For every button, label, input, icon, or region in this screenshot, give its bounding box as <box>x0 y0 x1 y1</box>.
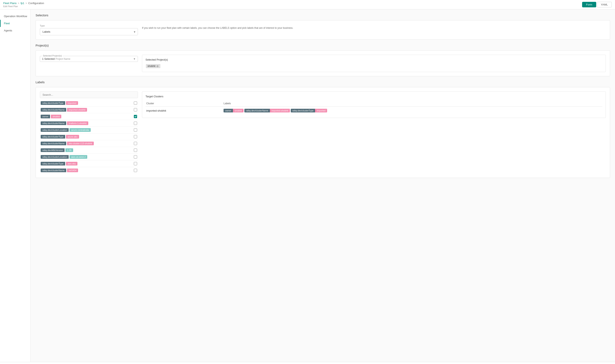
label-tags-9: rafay.dev/clusterTypeaws-eks <box>41 162 77 166</box>
header-left: Fleet Plans > fp1 > Configuration Edit F… <box>3 2 44 8</box>
label-val-5: azure-aks <box>66 135 79 139</box>
cluster-label-key-2: rafay.dev/clusterType <box>291 109 315 112</box>
label-row-4: rafay.dev/clusterLocationazure-centralin… <box>40 127 138 133</box>
label-list: rafay.dev/clusterTypeimported rafay.dev/… <box>40 100 138 174</box>
cluster-table-header-row: Cluster Labels <box>145 100 602 107</box>
labels-title: Labels <box>36 80 610 84</box>
fleet-plans-link[interactable]: Fleet Plans <box>3 2 16 5</box>
project-tag-shobhit: shobhit ⊗ <box>146 64 160 68</box>
label-val-10: trtr5454 <box>67 169 78 172</box>
label-key-10: rafay.dev/clusterName <box>41 169 66 172</box>
toggle-group: Form YAML <box>582 2 612 7</box>
cluster-label-tag-1: rafay.dev/clusterNameimported-shobhit <box>244 109 290 112</box>
target-clusters-right: Target Clusters Cluster Labels <box>142 91 606 118</box>
yaml-toggle-button[interactable]: YAML <box>597 2 612 7</box>
label-checkbox-2-checked[interactable] <box>134 115 137 118</box>
label-checkbox-3[interactable] <box>134 122 137 125</box>
cluster-label-val-0: shobhit <box>233 109 243 112</box>
label-key-4: rafay.dev/clusterLocation <box>41 128 69 132</box>
label-val-0: imported <box>66 101 78 105</box>
type-field-wrapper: Type Labels All Clusters Cluster Names ▼ <box>40 25 138 35</box>
label-key-7: rafay.dev/k8sVersion <box>41 148 65 152</box>
page-header: Fleet Plans > fp1 > Configuration Edit F… <box>0 0 615 9</box>
cluster-label-val-1: imported-shobhit <box>270 109 290 112</box>
remove-project-shobhit-icon[interactable]: ⊗ <box>156 65 159 67</box>
type-select[interactable]: Labels All Clusters Cluster Names <box>40 28 138 35</box>
sep2: > <box>26 2 27 5</box>
cluster-label-key-1: rafay.dev/clusterName <box>244 109 270 112</box>
sidebar-item-fleet[interactable]: Fleet <box>0 20 30 27</box>
type-field-label: Type <box>40 25 138 27</box>
label-checkbox-10[interactable] <box>134 169 137 172</box>
label-key-2: owner <box>41 115 50 118</box>
label-tags-1: rafay.dev/clusterNameimported-shobhit <box>41 108 87 112</box>
labels-search-input[interactable] <box>40 91 138 98</box>
table-row: imported-shobhit ownershobhit <box>145 107 602 115</box>
selectors-card: Type Labels All Clusters Cluster Names ▼… <box>36 20 610 39</box>
breadcrumb: Fleet Plans > fp1 > Configuration <box>3 2 44 5</box>
cluster-label-val-2: imported <box>315 109 327 112</box>
label-tags-8: rafay.dev/clusterLocationaws-us-west-2 <box>41 155 87 159</box>
labels-col-header: Labels <box>223 100 602 107</box>
label-row-9: rafay.dev/clusterTypeaws-eks <box>40 160 138 167</box>
label-tags-10: rafay.dev/clusterNametrtr5454 <box>41 169 78 172</box>
label-checkbox-5[interactable] <box>134 135 137 138</box>
label-tags-4: rafay.dev/clusterLocationazure-centralin… <box>41 128 91 132</box>
form-toggle-button[interactable]: Form <box>582 2 596 7</box>
label-checkbox-6[interactable] <box>134 142 137 145</box>
target-clusters-title: Target Clusters <box>145 95 602 98</box>
label-checkbox-0[interactable] <box>134 101 137 105</box>
label-key-8: rafay.dev/clusterLocation <box>41 155 69 159</box>
fp1-link[interactable]: fp1 <box>21 2 24 5</box>
label-checkbox-9[interactable] <box>134 162 137 165</box>
selectors-title: Selectors <box>36 13 610 17</box>
selectors-row: Type Labels All Clusters Cluster Names ▼… <box>40 25 606 35</box>
page-subtitle: Edit Fleet Plan <box>3 5 44 8</box>
projects-left: Selected Project(s) 1 Selected Project N… <box>40 55 138 62</box>
label-row-5: rafay.dev/clusterTypeazure-aks <box>40 133 138 140</box>
labels-left: rafay.dev/clusterTypeimported rafay.dev/… <box>40 91 138 174</box>
selected-projects-field-label: Selected Project(s) <box>42 54 63 57</box>
projects-title: Project(s) <box>36 44 610 47</box>
label-row-8: rafay.dev/clusterLocationaws-us-west-2 <box>40 154 138 160</box>
selected-count: 1 Selected <box>42 57 55 60</box>
label-val-3: trraform-1-shobhit <box>67 121 88 125</box>
projects-select-inner: 1 Selected Project Name <box>42 57 136 60</box>
sidebar-item-agents[interactable]: Agents <box>0 27 30 34</box>
label-checkbox-1[interactable] <box>134 108 137 111</box>
label-row-7: rafay.dev/k8sVersion1.26 <box>40 147 138 154</box>
selected-project-name: Project Name <box>55 58 70 60</box>
label-checkbox-7[interactable] <box>134 149 137 152</box>
main-layout: Operation Workflow Fleet Agents Selector… <box>0 9 615 362</box>
selectors-info-text: If you wish to run your fleet plan with … <box>142 25 606 31</box>
label-val-2: shobhit <box>51 115 61 118</box>
label-val-4: azure-centralindia <box>70 128 91 132</box>
label-tags-5: rafay.dev/clusterTypeazure-aks <box>41 135 79 139</box>
sidebar: Operation Workflow Fleet Agents <box>0 9 31 362</box>
label-key-0: rafay.dev/clusterType <box>41 101 65 105</box>
config-crumb: Configuration <box>28 2 44 5</box>
project-tag-label: shobhit <box>148 65 155 67</box>
main-content: Selectors Type Labels All Clusters Clust… <box>31 9 615 362</box>
label-key-3: rafay.dev/clusterName <box>41 121 66 125</box>
cluster-name: imported-shobhit <box>146 109 166 112</box>
selected-projects-fieldset: Selected Project(s) 1 Selected Project N… <box>40 56 138 62</box>
label-key-9: rafay.dev/clusterType <box>41 162 65 166</box>
label-tags-6: rafay.dev/clusterNameeks-cluster-113-sho… <box>41 142 94 145</box>
label-checkbox-4[interactable] <box>134 128 137 132</box>
type-info: If you wish to run your fleet plan with … <box>142 25 606 31</box>
label-val-8: aws-us-west-2 <box>70 155 87 159</box>
labels-card: rafay.dev/clusterTypeimported rafay.dev/… <box>36 87 610 178</box>
label-key-1: rafay.dev/clusterName <box>41 108 66 112</box>
label-row-0: rafay.dev/clusterTypeimported <box>40 100 138 106</box>
sep1: > <box>18 2 19 5</box>
label-val-7: 1.26 <box>65 148 73 152</box>
label-tags-2: ownershobhit <box>41 115 61 118</box>
sidebar-item-operation-workflow[interactable]: Operation Workflow <box>0 13 30 20</box>
selected-projects-panel-title: Selected Project(s) <box>145 58 602 61</box>
cluster-label-tag-2: rafay.dev/clusterTypeimported <box>291 109 327 112</box>
label-checkbox-8[interactable] <box>134 155 137 158</box>
label-key-6: rafay.dev/clusterName <box>41 142 66 145</box>
label-row-6: rafay.dev/clusterNameeks-cluster-113-sho… <box>40 140 138 147</box>
cluster-table-head: Cluster Labels <box>145 100 602 107</box>
